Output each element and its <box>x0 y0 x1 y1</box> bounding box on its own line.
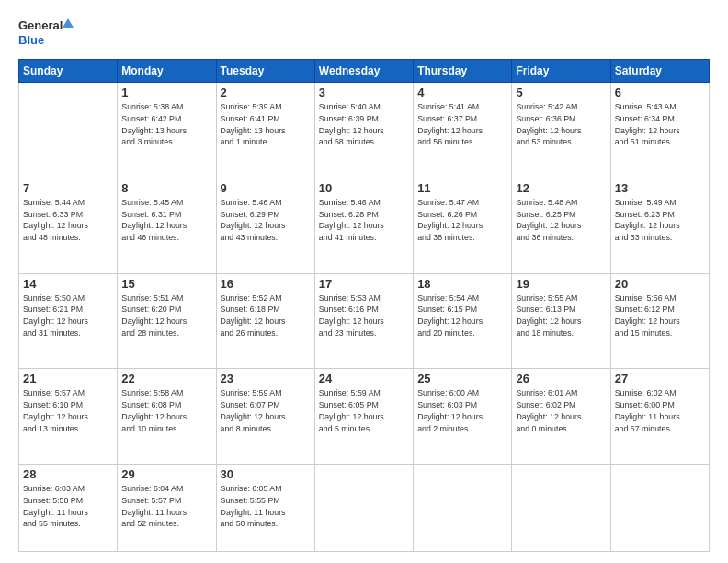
day-number: 14 <box>23 277 113 291</box>
cell-4-2: 30Sunrise: 6:05 AMSunset: 5:55 PMDayligh… <box>216 465 314 552</box>
day-number: 23 <box>221 372 311 385</box>
logo-svg: General Blue <box>18 17 74 50</box>
day-info: Sunrise: 5:59 AMSunset: 6:05 PMDaylight:… <box>319 387 409 434</box>
day-number: 30 <box>221 467 311 481</box>
day-info: Sunrise: 5:40 AMSunset: 6:39 PMDaylight:… <box>319 101 409 148</box>
header: General Blue <box>18 17 710 50</box>
day-info: Sunrise: 5:52 AMSunset: 6:18 PMDaylight:… <box>221 293 311 339</box>
header-tuesday: Tuesday <box>216 60 314 83</box>
day-number: 25 <box>417 372 507 385</box>
day-info: Sunrise: 5:44 AMSunset: 6:33 PMDaylight:… <box>23 197 113 244</box>
cell-1-1: 8Sunrise: 5:45 AMSunset: 6:31 PMDaylight… <box>118 178 216 273</box>
day-number: 4 <box>417 86 507 99</box>
day-info: Sunrise: 5:46 AMSunset: 6:29 PMDaylight:… <box>221 197 311 244</box>
cell-3-0: 21Sunrise: 5:57 AMSunset: 6:10 PMDayligh… <box>19 369 118 465</box>
day-info: Sunrise: 5:41 AMSunset: 6:37 PMDaylight:… <box>417 101 507 148</box>
week-row-1: 1Sunrise: 5:38 AMSunset: 6:42 PMDaylight… <box>19 83 710 178</box>
cell-4-3 <box>314 465 413 552</box>
day-info: Sunrise: 5:55 AMSunset: 6:13 PMDaylight:… <box>516 293 606 339</box>
cell-0-6: 6Sunrise: 5:43 AMSunset: 6:34 PMDaylight… <box>610 83 709 178</box>
header-friday: Friday <box>512 60 610 83</box>
cell-0-5: 5Sunrise: 5:42 AMSunset: 6:36 PMDaylight… <box>512 83 610 178</box>
day-number: 28 <box>23 467 113 481</box>
cell-0-1: 1Sunrise: 5:38 AMSunset: 6:42 PMDaylight… <box>118 83 216 178</box>
cell-2-6: 20Sunrise: 5:56 AMSunset: 6:12 PMDayligh… <box>610 273 709 369</box>
cell-3-6: 27Sunrise: 6:02 AMSunset: 6:00 PMDayligh… <box>610 369 709 465</box>
page: General Blue SundayMondayTuesdayWednesda… <box>0 0 728 563</box>
day-number: 1 <box>121 86 211 99</box>
day-number: 29 <box>121 467 211 481</box>
day-info: Sunrise: 5:54 AMSunset: 6:15 PMDaylight:… <box>417 293 507 339</box>
day-info: Sunrise: 5:39 AMSunset: 6:41 PMDaylight:… <box>221 101 311 148</box>
day-info: Sunrise: 5:43 AMSunset: 6:34 PMDaylight:… <box>615 101 705 148</box>
day-info: Sunrise: 5:51 AMSunset: 6:20 PMDaylight:… <box>121 293 211 339</box>
cell-4-1: 29Sunrise: 6:04 AMSunset: 5:57 PMDayligh… <box>118 465 216 552</box>
day-info: Sunrise: 5:47 AMSunset: 6:26 PMDaylight:… <box>417 197 507 244</box>
day-number: 26 <box>516 372 606 385</box>
week-row-2: 7Sunrise: 5:44 AMSunset: 6:33 PMDaylight… <box>19 178 710 273</box>
cell-3-3: 24Sunrise: 5:59 AMSunset: 6:05 PMDayligh… <box>314 369 413 465</box>
cell-2-4: 18Sunrise: 5:54 AMSunset: 6:15 PMDayligh… <box>414 273 512 369</box>
week-row-3: 14Sunrise: 5:50 AMSunset: 6:21 PMDayligh… <box>19 273 710 369</box>
day-number: 9 <box>221 181 311 195</box>
cell-0-2: 2Sunrise: 5:39 AMSunset: 6:41 PMDaylight… <box>216 83 314 178</box>
day-number: 11 <box>417 181 507 195</box>
day-number: 24 <box>319 372 409 385</box>
day-info: Sunrise: 5:50 AMSunset: 6:21 PMDaylight:… <box>23 293 113 339</box>
day-number: 10 <box>319 181 409 195</box>
cell-0-0 <box>19 83 118 178</box>
week-row-4: 21Sunrise: 5:57 AMSunset: 6:10 PMDayligh… <box>19 369 710 465</box>
day-info: Sunrise: 5:58 AMSunset: 6:08 PMDaylight:… <box>121 387 211 434</box>
cell-2-1: 15Sunrise: 5:51 AMSunset: 6:20 PMDayligh… <box>118 273 216 369</box>
day-number: 13 <box>615 181 705 195</box>
day-info: Sunrise: 5:45 AMSunset: 6:31 PMDaylight:… <box>121 197 211 244</box>
logo: General Blue <box>18 17 74 50</box>
header-sunday: Sunday <box>19 60 118 83</box>
day-number: 27 <box>615 372 705 385</box>
day-number: 20 <box>615 277 705 291</box>
cell-3-5: 26Sunrise: 6:01 AMSunset: 6:02 PMDayligh… <box>512 369 610 465</box>
cell-1-2: 9Sunrise: 5:46 AMSunset: 6:29 PMDaylight… <box>216 178 314 273</box>
cell-1-5: 12Sunrise: 5:48 AMSunset: 6:25 PMDayligh… <box>512 178 610 273</box>
day-info: Sunrise: 5:57 AMSunset: 6:10 PMDaylight:… <box>23 387 113 434</box>
cell-1-4: 11Sunrise: 5:47 AMSunset: 6:26 PMDayligh… <box>414 178 512 273</box>
day-info: Sunrise: 6:02 AMSunset: 6:00 PMDaylight:… <box>615 387 705 434</box>
cell-1-6: 13Sunrise: 5:49 AMSunset: 6:23 PMDayligh… <box>610 178 709 273</box>
header-wednesday: Wednesday <box>314 60 413 83</box>
cell-2-2: 16Sunrise: 5:52 AMSunset: 6:18 PMDayligh… <box>216 273 314 369</box>
cell-1-0: 7Sunrise: 5:44 AMSunset: 6:33 PMDaylight… <box>19 178 118 273</box>
cell-2-3: 17Sunrise: 5:53 AMSunset: 6:16 PMDayligh… <box>314 273 413 369</box>
cell-4-6 <box>610 465 709 552</box>
day-number: 3 <box>319 86 409 99</box>
day-number: 21 <box>23 372 113 385</box>
cell-1-3: 10Sunrise: 5:46 AMSunset: 6:28 PMDayligh… <box>314 178 413 273</box>
day-info: Sunrise: 6:01 AMSunset: 6:02 PMDaylight:… <box>516 387 606 434</box>
day-info: Sunrise: 6:04 AMSunset: 5:57 PMDaylight:… <box>121 483 211 530</box>
day-number: 8 <box>121 181 211 195</box>
day-number: 15 <box>121 277 211 291</box>
day-info: Sunrise: 5:46 AMSunset: 6:28 PMDaylight:… <box>319 197 409 244</box>
day-info: Sunrise: 5:53 AMSunset: 6:16 PMDaylight:… <box>319 293 409 339</box>
day-number: 5 <box>516 86 606 99</box>
day-info: Sunrise: 5:48 AMSunset: 6:25 PMDaylight:… <box>516 197 606 244</box>
cell-2-0: 14Sunrise: 5:50 AMSunset: 6:21 PMDayligh… <box>19 273 118 369</box>
day-number: 16 <box>221 277 311 291</box>
day-number: 19 <box>516 277 606 291</box>
day-number: 12 <box>516 181 606 195</box>
header-saturday: Saturday <box>610 60 709 83</box>
cell-3-4: 25Sunrise: 6:00 AMSunset: 6:03 PMDayligh… <box>414 369 512 465</box>
calendar-table: SundayMondayTuesdayWednesdayThursdayFrid… <box>18 59 710 552</box>
svg-text:Blue: Blue <box>18 33 44 47</box>
day-info: Sunrise: 5:56 AMSunset: 6:12 PMDaylight:… <box>615 293 705 339</box>
cell-3-2: 23Sunrise: 5:59 AMSunset: 6:07 PMDayligh… <box>216 369 314 465</box>
svg-text:General: General <box>18 18 63 32</box>
header-thursday: Thursday <box>414 60 512 83</box>
day-info: Sunrise: 5:59 AMSunset: 6:07 PMDaylight:… <box>221 387 311 434</box>
cell-4-0: 28Sunrise: 6:03 AMSunset: 5:58 PMDayligh… <box>19 465 118 552</box>
day-info: Sunrise: 6:03 AMSunset: 5:58 PMDaylight:… <box>23 483 113 530</box>
day-number: 2 <box>221 86 311 99</box>
cell-4-5 <box>512 465 610 552</box>
day-number: 6 <box>615 86 705 99</box>
header-row: SundayMondayTuesdayWednesdayThursdayFrid… <box>19 60 710 83</box>
cell-0-3: 3Sunrise: 5:40 AMSunset: 6:39 PMDaylight… <box>314 83 413 178</box>
